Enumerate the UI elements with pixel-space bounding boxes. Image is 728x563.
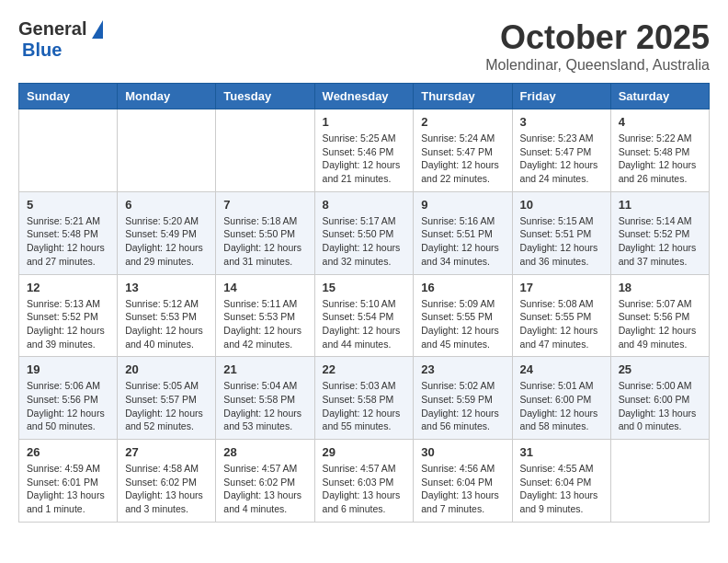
day-info: Sunrise: 4:59 AM Sunset: 6:01 PM Dayligh… [27, 462, 109, 516]
day-number: 28 [223, 445, 306, 459]
day-number: 18 [619, 281, 701, 294]
table-row: 28Sunrise: 4:57 AM Sunset: 6:02 PM Dayli… [216, 440, 314, 523]
day-info: Sunrise: 5:20 AM Sunset: 5:49 PM Dayligh… [125, 214, 208, 269]
calendar-week-row: 1Sunrise: 5:25 AM Sunset: 5:46 PM Daylig… [19, 109, 710, 192]
day-number: 16 [421, 281, 504, 294]
day-number: 22 [323, 362, 406, 376]
day-number: 5 [27, 198, 109, 212]
day-info: Sunrise: 5:12 AM Sunset: 5:53 PM Dayligh… [125, 297, 208, 351]
calendar-week-row: 19Sunrise: 5:06 AM Sunset: 5:56 PM Dayli… [19, 357, 710, 440]
table-row [118, 109, 216, 192]
table-row: 29Sunrise: 4:57 AM Sunset: 6:03 PM Dayli… [314, 440, 414, 523]
table-row: 16Sunrise: 5:09 AM Sunset: 5:55 PM Dayli… [414, 274, 512, 357]
day-number: 19 [27, 362, 109, 376]
day-number: 8 [323, 198, 406, 212]
table-row [19, 109, 118, 192]
header-friday: Friday [512, 84, 610, 109]
day-info: Sunrise: 5:17 AM Sunset: 5:50 PM Dayligh… [323, 214, 406, 269]
day-info: Sunrise: 5:11 AM Sunset: 5:53 PM Dayligh… [223, 297, 306, 351]
table-row: 5Sunrise: 5:21 AM Sunset: 5:48 PM Daylig… [19, 191, 118, 274]
calendar-week-row: 12Sunrise: 5:13 AM Sunset: 5:52 PM Dayli… [19, 274, 710, 357]
day-info: Sunrise: 5:10 AM Sunset: 5:54 PM Dayligh… [323, 297, 406, 351]
day-number: 1 [323, 115, 406, 129]
month-title: October 2025 [485, 18, 710, 57]
day-info: Sunrise: 5:21 AM Sunset: 5:48 PM Dayligh… [27, 214, 109, 269]
table-row: 23Sunrise: 5:02 AM Sunset: 5:59 PM Dayli… [414, 357, 512, 440]
day-info: Sunrise: 5:00 AM Sunset: 6:00 PM Dayligh… [619, 379, 701, 433]
table-row: 13Sunrise: 5:12 AM Sunset: 5:53 PM Dayli… [118, 274, 216, 357]
day-number: 11 [619, 198, 701, 212]
location-title: Molendinar, Queensland, Australia [485, 57, 710, 74]
day-number: 13 [125, 281, 208, 294]
header-sunday: Sunday [19, 84, 118, 109]
table-row: 15Sunrise: 5:10 AM Sunset: 5:54 PM Dayli… [314, 274, 414, 357]
table-row: 21Sunrise: 5:04 AM Sunset: 5:58 PM Dayli… [216, 357, 314, 440]
table-row: 4Sunrise: 5:22 AM Sunset: 5:48 PM Daylig… [610, 109, 709, 192]
day-number: 17 [520, 281, 603, 294]
day-number: 14 [223, 281, 306, 294]
table-row: 31Sunrise: 4:55 AM Sunset: 6:04 PM Dayli… [512, 440, 610, 523]
day-number: 6 [125, 198, 208, 212]
day-info: Sunrise: 5:23 AM Sunset: 5:47 PM Dayligh… [520, 132, 603, 186]
table-row: 10Sunrise: 5:15 AM Sunset: 5:51 PM Dayli… [512, 191, 610, 274]
header-monday: Monday [118, 84, 216, 109]
day-number: 15 [323, 281, 406, 294]
day-info: Sunrise: 4:55 AM Sunset: 6:04 PM Dayligh… [520, 462, 603, 516]
day-number: 20 [125, 362, 208, 376]
title-section: October 2025 Molendinar, Queensland, Aus… [485, 18, 710, 74]
day-info: Sunrise: 5:15 AM Sunset: 5:51 PM Dayligh… [520, 214, 603, 269]
day-number: 25 [619, 362, 701, 376]
day-number: 4 [619, 115, 701, 129]
table-row: 7Sunrise: 5:18 AM Sunset: 5:50 PM Daylig… [216, 191, 314, 274]
day-number: 10 [520, 198, 603, 212]
table-row: 27Sunrise: 4:58 AM Sunset: 6:02 PM Dayli… [118, 440, 216, 523]
table-row: 30Sunrise: 4:56 AM Sunset: 6:04 PM Dayli… [414, 440, 512, 523]
day-number: 26 [27, 445, 109, 459]
day-info: Sunrise: 5:13 AM Sunset: 5:52 PM Dayligh… [27, 297, 109, 351]
day-info: Sunrise: 5:14 AM Sunset: 5:52 PM Dayligh… [619, 214, 701, 269]
table-row: 1Sunrise: 5:25 AM Sunset: 5:46 PM Daylig… [314, 109, 414, 192]
day-number: 30 [421, 445, 504, 459]
day-number: 27 [125, 445, 208, 459]
table-row: 25Sunrise: 5:00 AM Sunset: 6:00 PM Dayli… [610, 357, 709, 440]
day-number: 3 [520, 115, 603, 129]
header-thursday: Thursday [414, 84, 512, 109]
day-info: Sunrise: 5:01 AM Sunset: 6:00 PM Dayligh… [520, 379, 603, 433]
table-row: 17Sunrise: 5:08 AM Sunset: 5:55 PM Dayli… [512, 274, 610, 357]
calendar-week-row: 5Sunrise: 5:21 AM Sunset: 5:48 PM Daylig… [19, 191, 710, 274]
table-row: 3Sunrise: 5:23 AM Sunset: 5:47 PM Daylig… [512, 109, 610, 192]
table-row: 24Sunrise: 5:01 AM Sunset: 6:00 PM Dayli… [512, 357, 610, 440]
day-info: Sunrise: 4:56 AM Sunset: 6:04 PM Dayligh… [421, 462, 504, 516]
day-info: Sunrise: 5:03 AM Sunset: 5:58 PM Dayligh… [323, 379, 406, 433]
header-saturday: Saturday [610, 84, 709, 109]
day-number: 23 [421, 362, 504, 376]
day-info: Sunrise: 5:04 AM Sunset: 5:58 PM Dayligh… [223, 379, 306, 433]
day-number: 29 [323, 445, 406, 459]
day-info: Sunrise: 5:16 AM Sunset: 5:51 PM Dayligh… [421, 214, 504, 269]
table-row: 20Sunrise: 5:05 AM Sunset: 5:57 PM Dayli… [118, 357, 216, 440]
calendar-table: Sunday Monday Tuesday Wednesday Thursday… [18, 83, 710, 523]
day-number: 7 [223, 198, 306, 212]
table-row [216, 109, 314, 192]
day-number: 12 [27, 281, 109, 294]
logo-general: General [18, 18, 86, 40]
table-row: 6Sunrise: 5:20 AM Sunset: 5:49 PM Daylig… [118, 191, 216, 274]
page-header: General Blue October 2025 Molendinar, Qu… [18, 18, 710, 74]
day-number: 24 [520, 362, 603, 376]
table-row: 14Sunrise: 5:11 AM Sunset: 5:53 PM Dayli… [216, 274, 314, 357]
header-tuesday: Tuesday [216, 84, 314, 109]
day-info: Sunrise: 5:02 AM Sunset: 5:59 PM Dayligh… [421, 379, 504, 433]
logo: General Blue [18, 18, 103, 61]
table-row: 19Sunrise: 5:06 AM Sunset: 5:56 PM Dayli… [19, 357, 118, 440]
day-number: 2 [421, 115, 504, 129]
day-info: Sunrise: 5:08 AM Sunset: 5:55 PM Dayligh… [520, 297, 603, 351]
day-info: Sunrise: 4:58 AM Sunset: 6:02 PM Dayligh… [125, 462, 208, 516]
calendar-week-row: 26Sunrise: 4:59 AM Sunset: 6:01 PM Dayli… [19, 440, 710, 523]
day-info: Sunrise: 4:57 AM Sunset: 6:02 PM Dayligh… [223, 462, 306, 516]
day-number: 21 [223, 362, 306, 376]
table-row: 12Sunrise: 5:13 AM Sunset: 5:52 PM Dayli… [19, 274, 118, 357]
table-row: 11Sunrise: 5:14 AM Sunset: 5:52 PM Dayli… [610, 191, 709, 274]
day-number: 31 [520, 445, 603, 459]
table-row: 2Sunrise: 5:24 AM Sunset: 5:47 PM Daylig… [414, 109, 512, 192]
day-info: Sunrise: 5:22 AM Sunset: 5:48 PM Dayligh… [619, 132, 701, 186]
